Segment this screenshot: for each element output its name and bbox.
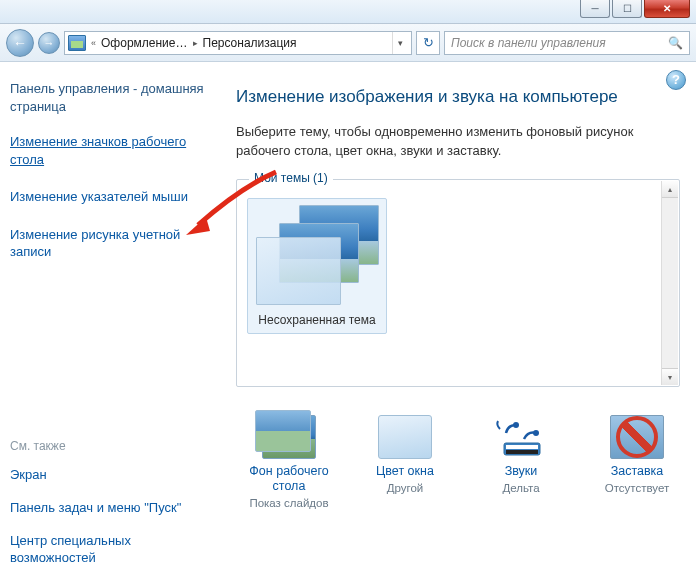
scrollbar[interactable]: ▴ ▾ bbox=[661, 181, 678, 385]
scroll-down-button[interactable]: ▾ bbox=[662, 368, 678, 385]
maximize-button[interactable]: ☐ bbox=[612, 0, 642, 18]
screensaver-link[interactable]: Заставка Отсутствует bbox=[594, 415, 680, 509]
sidebar-link-mouse-pointers[interactable]: Изменение указателей мыши bbox=[10, 188, 220, 206]
sidebar-footer-display[interactable]: Экран bbox=[10, 467, 220, 484]
navbar: ← → « Оформление… ▸ Персонализация ▾ ↻ П… bbox=[0, 24, 696, 62]
item-title: Цвет окна bbox=[376, 464, 434, 479]
desktop-background-link[interactable]: Фон рабочего стола Показ слайдов bbox=[246, 415, 332, 509]
search-placeholder: Поиск в панели управления bbox=[451, 36, 606, 50]
breadcrumb-seg[interactable]: Оформление… bbox=[101, 36, 187, 50]
nav-back-button[interactable]: ← bbox=[6, 29, 34, 57]
control-panel-icon bbox=[68, 35, 86, 51]
refresh-button[interactable]: ↻ bbox=[416, 31, 440, 55]
sidebar-footer-ease-of-access[interactable]: Центр специальных возможностей bbox=[10, 533, 220, 567]
chevron-icon: « bbox=[88, 38, 99, 48]
sidebar: Панель управления - домашняя страница Из… bbox=[0, 62, 236, 587]
minimize-button[interactable]: ─ bbox=[580, 0, 610, 18]
screensaver-icon bbox=[610, 415, 664, 459]
window-color-link[interactable]: Цвет окна Другой bbox=[362, 415, 448, 509]
page-title: Изменение изображения и звука на компьют… bbox=[236, 86, 680, 109]
scroll-up-button[interactable]: ▴ bbox=[662, 181, 678, 198]
close-button[interactable]: ✕ bbox=[644, 0, 690, 18]
sounds-icon bbox=[494, 415, 548, 459]
sidebar-link-desktop-icons[interactable]: Изменение значков рабочего стола bbox=[10, 133, 220, 168]
sidebar-link-account-picture[interactable]: Изменение рисунка учетной записи bbox=[10, 226, 220, 261]
search-icon: 🔍 bbox=[668, 36, 683, 50]
sounds-link[interactable]: Звуки Дельта bbox=[478, 415, 564, 509]
address-bar[interactable]: « Оформление… ▸ Персонализация ▾ bbox=[64, 31, 412, 55]
svg-rect-4 bbox=[506, 450, 538, 454]
item-subtitle: Дельта bbox=[502, 482, 539, 494]
item-title: Заставка bbox=[611, 464, 664, 479]
themes-group: Мои темы (1) Несохраненная тема ▴ ▾ bbox=[236, 179, 680, 387]
item-title: Фон рабочего стола bbox=[246, 464, 332, 494]
theme-item[interactable]: Несохраненная тема bbox=[247, 198, 387, 334]
svg-point-0 bbox=[513, 422, 519, 428]
themes-legend: Мои темы (1) bbox=[249, 171, 333, 185]
svg-point-1 bbox=[533, 430, 539, 436]
breadcrumb-seg[interactable]: Персонализация bbox=[203, 36, 297, 50]
svg-rect-3 bbox=[506, 445, 538, 449]
settings-row: Фон рабочего стола Показ слайдов Цвет ок… bbox=[236, 415, 680, 509]
theme-name: Несохраненная тема bbox=[248, 313, 386, 327]
address-dropdown[interactable]: ▾ bbox=[392, 32, 408, 54]
titlebar: ─ ☐ ✕ bbox=[0, 0, 696, 24]
see-also-label: См. также bbox=[10, 439, 220, 453]
sidebar-footer-taskbar[interactable]: Панель задач и меню "Пуск" bbox=[10, 500, 220, 517]
item-subtitle: Отсутствует bbox=[605, 482, 670, 494]
main-content: Изменение изображения и звука на компьют… bbox=[236, 62, 696, 587]
theme-thumbnail bbox=[255, 205, 379, 305]
sidebar-home-link[interactable]: Панель управления - домашняя страница bbox=[10, 80, 220, 115]
item-subtitle: Показ слайдов bbox=[249, 497, 328, 509]
desktop-background-icon bbox=[262, 415, 316, 459]
page-description: Выберите тему, чтобы одновременно измени… bbox=[236, 123, 680, 161]
window-color-icon bbox=[378, 415, 432, 459]
chevron-right-icon: ▸ bbox=[190, 38, 201, 48]
item-title: Звуки bbox=[505, 464, 538, 479]
nav-forward-button[interactable]: → bbox=[38, 32, 60, 54]
item-subtitle: Другой bbox=[387, 482, 424, 494]
search-input[interactable]: Поиск в панели управления 🔍 bbox=[444, 31, 690, 55]
